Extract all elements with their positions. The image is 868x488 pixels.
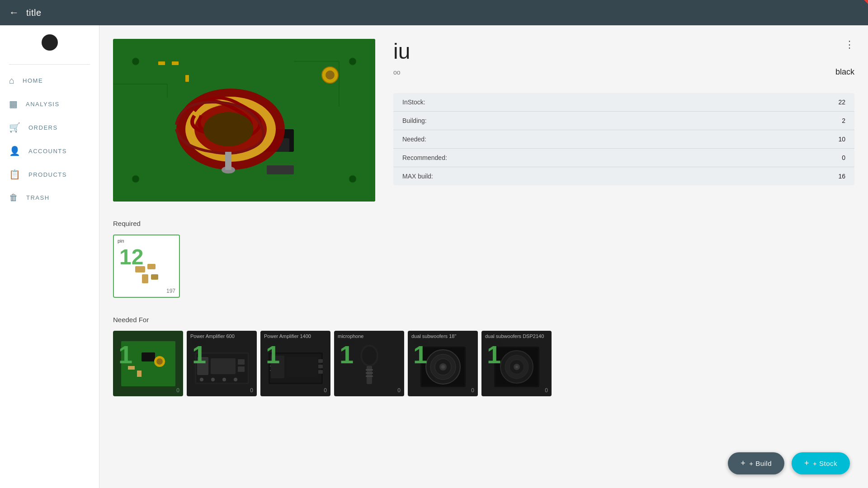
stock-icon: +	[804, 459, 809, 468]
instock-value: 22	[838, 99, 845, 106]
svg-point-43	[211, 378, 215, 381]
product-info: ⋮ iu oo black InStock: 22 Building: 2	[393, 39, 854, 202]
stats-row-needed: Needed: 10	[393, 130, 854, 149]
required-parts-grid: pin 12 197	[113, 235, 854, 298]
stock-label: + Stock	[813, 460, 837, 467]
svg-rect-59	[366, 372, 373, 374]
stats-table: InStock: 22 Building: 2 Needed: 10 Recom…	[393, 93, 854, 185]
recommended-label: Recommended:	[402, 154, 447, 161]
svg-rect-39	[211, 358, 236, 374]
svg-point-18	[203, 112, 253, 146]
svg-point-11	[132, 58, 139, 65]
sidebar-item-orders[interactable]: 🛒 ORDERS	[0, 116, 99, 139]
svg-rect-26	[147, 264, 156, 269]
svg-rect-35	[137, 371, 142, 377]
products-icon: 📋	[9, 169, 20, 180]
svg-rect-52	[318, 359, 323, 363]
svg-point-13	[132, 175, 139, 183]
svg-rect-8	[158, 61, 165, 65]
svg-point-42	[200, 378, 203, 381]
debug-badge: DEBUG	[849, 0, 868, 5]
svg-point-74	[515, 366, 518, 368]
required-section-title: Required	[113, 220, 854, 227]
svg-rect-58	[366, 369, 373, 371]
sidebar-label-orders: ORDERS	[28, 124, 58, 131]
svg-rect-27	[142, 274, 148, 283]
needed-qty-circuit: 0	[176, 387, 179, 394]
needed-count-mic: 1	[340, 340, 354, 369]
needed-label-mic: microphone	[338, 333, 363, 339]
part-label-pin: pin	[118, 238, 124, 244]
needed-label-dsp: dual subwoofers DSP2140	[485, 333, 544, 339]
sidebar-item-analysis[interactable]: ▦ ANALYSIS	[0, 92, 99, 116]
needed-parts-grid: 1 0 Power Amplifier 600 1	[113, 331, 854, 396]
topbar: ← title DEBUG	[0, 0, 868, 25]
needed-count-amp600: 1	[192, 340, 206, 369]
needed-count-dsp: 1	[487, 340, 501, 369]
part-card-pin[interactable]: pin 12 197	[113, 235, 180, 298]
sidebar-label-home: HOME	[23, 77, 43, 84]
avatar	[42, 34, 58, 51]
stats-row-recommended: Recommended: 0	[393, 149, 854, 167]
svg-rect-57	[367, 366, 372, 384]
needed-card-mic[interactable]: microphone 1 0	[334, 331, 404, 396]
sidebar-item-accounts[interactable]: 👤 ACCOUNTS	[0, 139, 99, 163]
needed-label-sub18: dual subwoofers 18"	[411, 333, 456, 339]
home-icon: ⌂	[9, 75, 14, 86]
part-count-pin: 12	[119, 244, 143, 269]
sidebar-label-products: PRODUCTS	[28, 171, 67, 178]
svg-point-67	[441, 365, 445, 369]
page-title: title	[26, 8, 42, 18]
build-button[interactable]: + + Build	[728, 452, 784, 474]
maxbuild-value: 16	[838, 173, 845, 180]
needed-section: Needed For 1 0	[113, 316, 854, 396]
svg-rect-31	[142, 352, 155, 361]
recommended-value: 0	[842, 154, 845, 161]
stats-row-maxbuild: MAX build: 16	[393, 167, 854, 185]
needed-card-sub18[interactable]: dual subwoofers 18" 1 0	[408, 331, 478, 396]
action-buttons: + + Build + + Stock	[728, 452, 850, 474]
stats-row-instock: InStock: 22	[393, 93, 854, 112]
svg-point-4	[326, 70, 335, 80]
needed-label-amp1400: Power Amplifier 1400	[264, 333, 311, 339]
product-sku: oo	[393, 69, 401, 76]
sidebar-divider	[9, 64, 90, 65]
needed-qty-dsp: 0	[545, 387, 548, 394]
more-options-icon[interactable]: ⋮	[844, 39, 854, 51]
required-section: Required pin 12 197	[113, 220, 854, 298]
sidebar: ⌂ HOME ▦ ANALYSIS 🛒 ORDERS 👤 ACCOUNTS 📋 …	[0, 25, 99, 488]
needed-qty-amp600: 0	[250, 387, 253, 394]
svg-point-33	[156, 358, 163, 365]
trash-icon: 🗑	[9, 192, 18, 203]
svg-rect-28	[151, 274, 158, 280]
svg-rect-40	[238, 359, 245, 365]
needed-card-circuit[interactable]: 1 0	[113, 331, 183, 396]
needed-card-amp600[interactable]: Power Amplifier 600 1 0	[187, 331, 257, 396]
svg-rect-41	[238, 366, 245, 372]
svg-rect-6	[267, 165, 294, 174]
sidebar-item-trash[interactable]: 🗑 TRASH	[0, 186, 99, 209]
instock-label: InStock:	[402, 99, 425, 106]
svg-rect-60	[366, 375, 373, 377]
needed-card-amp1400[interactable]: Power Amplifier 1400 1 0	[260, 331, 330, 396]
sidebar-label-analysis: ANALYSIS	[26, 101, 60, 108]
svg-rect-53	[318, 365, 323, 368]
needed-qty-sub18: 0	[471, 387, 474, 394]
needed-count-amp1400: 1	[266, 340, 280, 369]
part-qty-pin: 197	[166, 288, 175, 294]
accounts-icon: 👤	[9, 145, 20, 156]
svg-point-44	[222, 378, 226, 381]
back-button[interactable]: ←	[9, 7, 19, 19]
svg-rect-10	[185, 75, 189, 82]
svg-rect-49	[286, 357, 318, 377]
svg-rect-20	[225, 152, 231, 170]
build-label: + Build	[749, 460, 772, 467]
analysis-icon: ▦	[9, 99, 18, 109]
needed-card-dsp[interactable]: dual subwoofers DSP2140 1 0	[481, 331, 552, 396]
sidebar-item-home[interactable]: ⌂ HOME	[0, 69, 99, 92]
product-name: iu	[393, 39, 854, 64]
sidebar-item-products[interactable]: 📋 PRODUCTS	[0, 163, 99, 186]
svg-rect-9	[172, 61, 179, 65]
stock-button[interactable]: + + Stock	[792, 452, 850, 474]
building-value: 2	[842, 117, 845, 124]
